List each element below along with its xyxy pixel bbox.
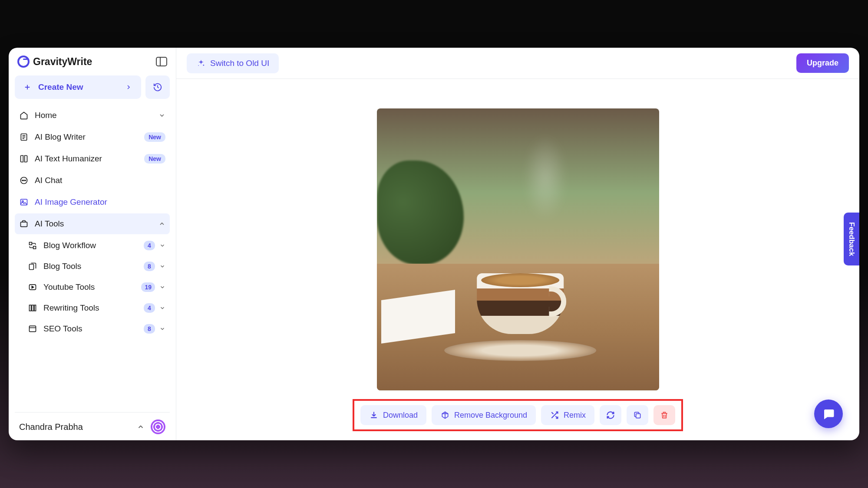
ai-tools-sublist: Blog Workflow 4 Blog Tools 8 Youtube Too… [15,235,170,339]
chevron-up-icon [158,220,165,227]
subitem-label: Youtube Tools [43,282,95,292]
svg-point-2 [22,180,23,181]
shuffle-icon [550,410,559,420]
topbar: Switch to Old UI Upgrade [176,48,859,79]
svg-point-16 [203,64,205,66]
chevron-down-icon [159,242,165,249]
subitem-label: Rewriting Tools [43,303,99,313]
svg-rect-14 [34,305,36,311]
sidebar: GravityWrite Create New Home [9,48,176,440]
download-label: Download [383,411,418,420]
count-badge: 4 [144,241,155,250]
svg-rect-7 [21,222,27,227]
briefcase-icon [19,219,29,229]
brand-logo[interactable]: GravityWrite [17,56,92,68]
history-button[interactable] [145,75,170,99]
background-remove-icon [440,410,450,420]
chevron-down-icon [158,112,165,119]
sidebar-item-label: AI Chat [35,176,62,185]
count-badge: 4 [144,303,155,313]
feedback-tab[interactable]: Feedback [844,213,859,265]
subitem-youtube-tools[interactable]: Youtube Tools 19 [23,277,170,298]
home-icon [19,111,29,120]
generated-image[interactable] [377,108,659,390]
count-badge: 8 [144,324,155,334]
svg-rect-18 [636,414,640,418]
chat-fab[interactable] [814,400,843,428]
create-row: Create New [15,75,170,99]
delete-button[interactable] [653,405,675,425]
copy-button[interactable] [627,405,648,425]
regenerate-button[interactable] [600,405,621,425]
subitem-label: Blog Workflow [43,241,96,250]
sidebar-item-text-humanizer[interactable]: AI Text Humanizer New [15,148,170,169]
history-icon [153,82,162,92]
avatar[interactable] [151,419,165,434]
download-icon [369,410,379,420]
svg-rect-8 [30,242,32,245]
subitem-rewriting-tools[interactable]: Rewriting Tools 4 [23,298,170,318]
user-name: Chandra Prabha [19,422,83,432]
sidebar-item-chat[interactable]: AI Chat [15,170,170,191]
create-new-label: Create New [38,82,83,92]
upgrade-button[interactable]: Upgrade [796,53,849,73]
trash-icon [660,410,669,420]
sidebar-item-label: Home [35,111,57,120]
new-badge: New [144,132,165,142]
main: Switch to Old UI Upgrade Download [176,48,859,440]
remove-bg-label: Remove Background [454,411,527,420]
action-toolbar-highlight: Download Remove Background Remix [353,399,683,431]
video-icon [28,282,37,292]
sidebar-item-ai-tools[interactable]: AI Tools [15,213,170,234]
chevron-right-icon [124,82,133,92]
brand-name: GravityWrite [33,56,92,68]
collapse-sidebar-icon[interactable] [156,57,167,66]
refresh-icon [606,410,615,420]
remix-button[interactable]: Remix [541,405,594,425]
svg-rect-13 [32,305,33,311]
sidebar-nav: Home AI Blog Writer New AI Text Humanize… [15,105,170,412]
user-row[interactable]: Chandra Prabha [15,412,170,434]
window-icon [28,324,37,334]
chat-icon [19,176,29,185]
count-badge: 19 [141,282,155,292]
upgrade-label: Upgrade [807,59,838,67]
chat-bubble-icon [822,407,835,420]
sparkle-icon [196,59,206,68]
book-icon [19,154,29,164]
sidebar-item-image-generator[interactable]: AI Image Generator [15,192,170,213]
chevron-down-icon [159,326,165,332]
remix-label: Remix [564,411,586,420]
switch-ui-label: Switch to Old UI [210,59,269,68]
cards-icon [28,262,37,271]
sidebar-item-label: AI Blog Writer [35,132,86,142]
chevron-down-icon [159,263,165,269]
sidebar-item-label: AI Tools [35,219,64,229]
create-new-button[interactable]: Create New [15,75,141,99]
chevron-down-icon [159,284,165,290]
count-badge: 8 [144,262,155,271]
content-area: Download Remove Background Remix [176,79,859,440]
feedback-label: Feedback [848,222,856,256]
svg-point-3 [23,180,24,181]
sidebar-item-home[interactable]: Home [15,105,170,126]
subitem-blog-tools[interactable]: Blog Tools 8 [23,256,170,277]
chevron-up-icon [137,423,145,431]
remove-background-button[interactable]: Remove Background [432,405,536,425]
switch-ui-button[interactable]: Switch to Old UI [187,53,279,73]
subitem-blog-workflow[interactable]: Blog Workflow 4 [23,235,170,256]
sidebar-header: GravityWrite [15,54,170,75]
sidebar-item-blog-writer[interactable]: AI Blog Writer New [15,127,170,147]
subitem-label: SEO Tools [43,324,82,334]
chevron-down-icon [159,305,165,311]
image-icon [19,197,29,207]
sidebar-item-label: AI Text Humanizer [35,154,102,164]
svg-point-4 [25,180,26,181]
svg-rect-15 [30,326,36,331]
plus-icon [23,82,32,92]
subitem-seo-tools[interactable]: SEO Tools 8 [23,318,170,339]
workflow-icon [28,241,37,250]
svg-point-17 [198,65,199,66]
download-button[interactable]: Download [360,405,426,425]
svg-rect-10 [30,264,34,270]
